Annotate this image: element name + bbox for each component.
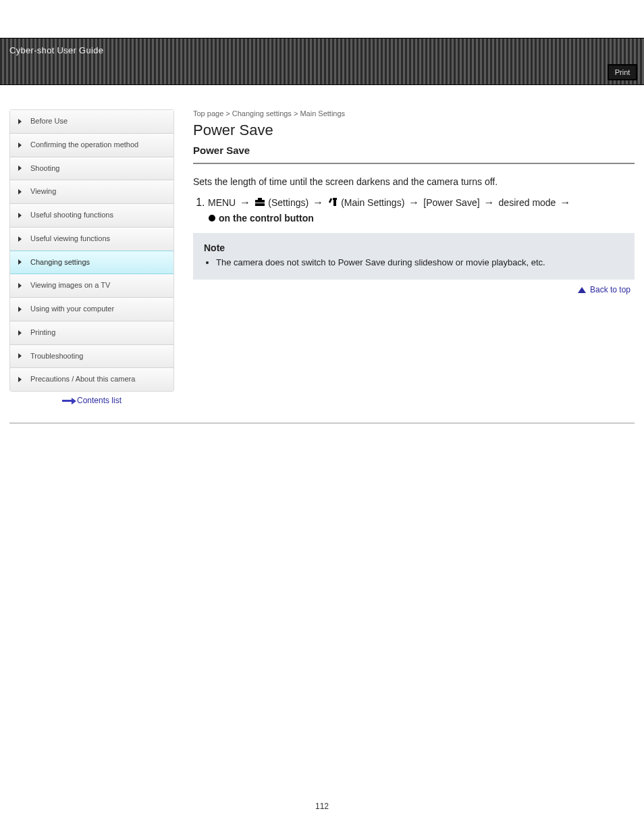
chevron-right-icon: [18, 307, 22, 312]
breadcrumb-2[interactable]: Main Settings: [300, 109, 345, 118]
sidebar-item-label: Viewing: [30, 187, 56, 195]
breadcrumb: Top page > Changing settings > Main Sett…: [193, 109, 635, 118]
sidebar-item-tv[interactable]: Viewing images on a TV: [10, 274, 173, 298]
sidebar-item-label: Useful shooting functions: [30, 211, 113, 219]
step-1: MENU → (Settings) → (Main Settings): [208, 197, 635, 224]
chevron-right-icon: [18, 353, 22, 359]
arrow-right-icon: →: [240, 197, 250, 209]
chevron-right-icon: [18, 377, 22, 382]
dot-icon: [208, 213, 216, 224]
chevron-right-icon: [18, 165, 22, 171]
sidebar-item-label: Precautions / About this camera: [30, 375, 135, 383]
chevron-right-icon: [18, 142, 22, 148]
sidebar-item-label: Before Use: [30, 117, 68, 125]
sidebar-item-label: Printing: [30, 328, 55, 336]
sidebar-item-before-use[interactable]: Before Use: [10, 110, 173, 134]
sidebar: Before Use Confirming the operation meth…: [9, 109, 174, 392]
chevron-right-icon: [18, 330, 22, 336]
desired-mode-label: desired mode: [499, 197, 556, 208]
sidebar-item-label: Using with your computer: [30, 305, 114, 313]
page-number: 112: [0, 802, 644, 811]
note-box: Note The camera does not switch to Power…: [193, 233, 635, 280]
header-bar: Cyber-shot User Guide Print: [0, 38, 644, 85]
sidebar-item-precautions[interactable]: Precautions / About this camera: [10, 368, 173, 391]
back-to-top-label: Back to top: [590, 285, 630, 294]
sidebar-item-troubleshooting[interactable]: Troubleshooting: [10, 345, 173, 369]
sidebar-item-label: Changing settings: [30, 258, 90, 266]
triangle-up-icon: [578, 287, 586, 293]
sidebar-item-shooting[interactable]: Shooting: [10, 157, 173, 181]
note-item: The camera does not switch to Power Save…: [216, 257, 624, 267]
tool-icon: [327, 197, 338, 208]
print-button[interactable]: Print: [608, 64, 637, 80]
page-title: Power Save: [193, 122, 635, 139]
chevron-right-icon: [18, 236, 22, 242]
sidebar-item-computer[interactable]: Using with your computer: [10, 298, 173, 321]
sidebar-item-useful-shooting[interactable]: Useful shooting functions: [10, 204, 173, 228]
sidebar-item-operation-method[interactable]: Confirming the operation method: [10, 134, 173, 157]
sidebar-item-viewing[interactable]: Viewing: [10, 180, 173, 204]
sidebar-item-label: Confirming the operation method: [30, 140, 138, 149]
power-save-label: [Power Save]: [423, 197, 479, 208]
chevron-right-icon: [18, 189, 22, 194]
contents-list-link[interactable]: Contents list: [9, 392, 174, 413]
sidebar-container: Before Use Confirming the operation meth…: [9, 109, 174, 413]
sidebar-item-label: Viewing images on a TV: [30, 281, 110, 289]
chevron-right-icon: [18, 213, 22, 218]
intro-text: Sets the length of time until the screen…: [193, 176, 635, 187]
svg-rect-2: [255, 203, 265, 203]
sidebar-item-label: Troubleshooting: [30, 352, 83, 360]
footer-divider: [9, 423, 635, 423]
divider: [193, 163, 635, 164]
arrow-right-icon: [62, 400, 73, 402]
main-content: Top page > Changing settings > Main Sett…: [193, 109, 635, 413]
svg-point-5: [209, 215, 215, 221]
control-button-label: on the control button: [219, 213, 314, 224]
sidebar-item-printing[interactable]: Printing: [10, 321, 173, 345]
contents-list-label: Contents list: [77, 396, 122, 405]
arrow-right-icon: →: [560, 197, 570, 209]
sidebar-item-label: Useful viewing functions: [30, 234, 110, 242]
svg-rect-1: [258, 198, 262, 200]
section-title: Power Save: [193, 145, 635, 156]
arrow-right-icon: →: [484, 197, 495, 209]
chevron-right-icon: [18, 259, 22, 265]
note-heading: Note: [204, 242, 624, 253]
settings-label: (Settings): [268, 197, 308, 208]
sidebar-item-label: Shooting: [30, 164, 59, 172]
briefcase-icon: [254, 197, 265, 208]
chevron-right-icon: [18, 283, 22, 288]
breadcrumb-1[interactable]: Changing settings: [232, 109, 292, 118]
arrow-right-icon: →: [313, 197, 323, 209]
arrow-right-icon: →: [408, 197, 419, 209]
sidebar-item-changing-settings[interactable]: Changing settings: [10, 251, 173, 275]
breadcrumb-top[interactable]: Top page: [193, 109, 223, 118]
menu-label: MENU: [208, 197, 236, 208]
back-to-top-link[interactable]: Back to top: [193, 285, 635, 294]
header-brand: Cyber-shot User Guide: [9, 45, 103, 55]
chevron-right-icon: [18, 119, 22, 124]
sidebar-item-useful-viewing[interactable]: Useful viewing functions: [10, 228, 173, 251]
main-settings-label: (Main Settings): [341, 197, 404, 208]
svg-rect-4: [333, 198, 337, 200]
